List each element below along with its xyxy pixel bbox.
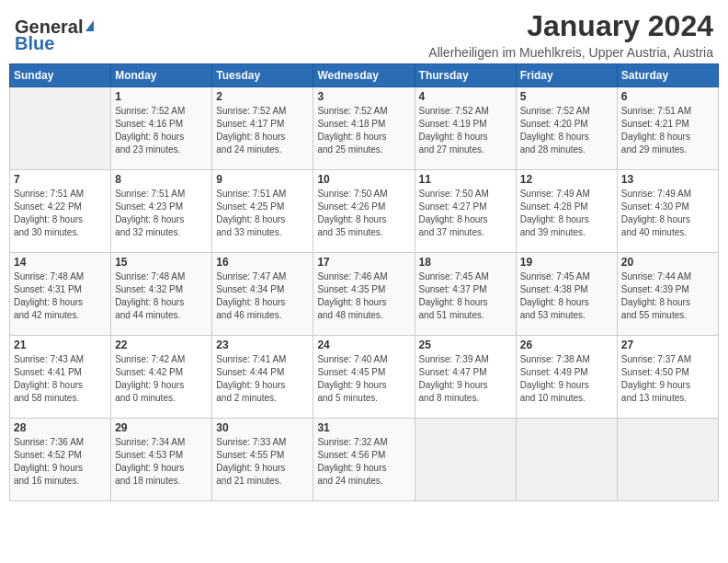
logo-triangle-icon [85,20,94,31]
calendar-day-cell: 17Sunrise: 7:46 AM Sunset: 4:35 PM Dayli… [313,253,415,336]
calendar-header-row: SundayMondayTuesdayWednesdayThursdayFrid… [10,64,719,87]
calendar-day-cell: 16Sunrise: 7:47 AM Sunset: 4:34 PM Dayli… [212,253,313,336]
day-info: Sunrise: 7:43 AM Sunset: 4:41 PM Dayligh… [14,353,107,405]
logo: General Blue [15,17,94,53]
calendar-day-cell [415,419,516,501]
calendar-header-cell: Friday [516,64,617,87]
calendar-day-cell: 13Sunrise: 7:49 AM Sunset: 4:30 PM Dayli… [617,170,718,253]
day-number: 12 [520,173,613,186]
calendar-header-cell: Thursday [415,64,516,87]
calendar-day-cell: 21Sunrise: 7:43 AM Sunset: 4:41 PM Dayli… [10,336,111,419]
calendar-day-cell: 10Sunrise: 7:50 AM Sunset: 4:26 PM Dayli… [313,170,415,253]
day-info: Sunrise: 7:46 AM Sunset: 4:35 PM Dayligh… [317,270,410,322]
calendar-day-cell: 5Sunrise: 7:52 AM Sunset: 4:20 PM Daylig… [516,87,617,170]
day-number: 19 [520,256,613,269]
calendar-day-cell: 14Sunrise: 7:48 AM Sunset: 4:31 PM Dayli… [10,253,111,336]
day-number: 3 [317,90,410,103]
calendar-day-cell: 30Sunrise: 7:33 AM Sunset: 4:55 PM Dayli… [212,419,313,501]
day-info: Sunrise: 7:52 AM Sunset: 4:18 PM Dayligh… [317,105,410,156]
calendar-table: SundayMondayTuesdayWednesdayThursdayFrid… [9,63,719,501]
day-number: 26 [520,339,613,351]
day-info: Sunrise: 7:40 AM Sunset: 4:45 PM Dayligh… [317,353,410,405]
calendar-header-cell: Sunday [10,64,111,87]
day-number: 1 [115,90,208,103]
location-title: Allerheiligen im Muehlkreis, Upper Austr… [428,45,713,60]
day-info: Sunrise: 7:38 AM Sunset: 4:49 PM Dayligh… [520,353,613,405]
calendar-header-cell: Monday [111,64,212,87]
calendar-day-cell: 7Sunrise: 7:51 AM Sunset: 4:22 PM Daylig… [10,170,111,253]
calendar-body: 1Sunrise: 7:52 AM Sunset: 4:16 PM Daylig… [10,87,719,501]
day-info: Sunrise: 7:51 AM Sunset: 4:25 PM Dayligh… [216,188,309,239]
day-number: 28 [14,421,107,434]
calendar-day-cell: 18Sunrise: 7:45 AM Sunset: 4:37 PM Dayli… [415,253,516,336]
day-info: Sunrise: 7:48 AM Sunset: 4:32 PM Dayligh… [115,270,208,322]
day-info: Sunrise: 7:50 AM Sunset: 4:27 PM Dayligh… [419,188,512,239]
day-info: Sunrise: 7:37 AM Sunset: 4:50 PM Dayligh… [621,353,714,405]
day-info: Sunrise: 7:49 AM Sunset: 4:28 PM Dayligh… [520,188,613,239]
calendar-day-cell: 9Sunrise: 7:51 AM Sunset: 4:25 PM Daylig… [212,170,313,253]
day-number: 8 [115,173,208,186]
day-info: Sunrise: 7:44 AM Sunset: 4:39 PM Dayligh… [621,270,714,322]
calendar-header-cell: Tuesday [212,64,313,87]
calendar-week-row: 28Sunrise: 7:36 AM Sunset: 4:52 PM Dayli… [10,419,719,501]
day-number: 18 [419,256,512,269]
day-number: 6 [621,90,714,103]
day-number: 30 [216,421,309,434]
day-info: Sunrise: 7:45 AM Sunset: 4:37 PM Dayligh… [419,270,512,322]
calendar-day-cell: 19Sunrise: 7:45 AM Sunset: 4:38 PM Dayli… [516,253,617,336]
calendar-day-cell: 8Sunrise: 7:51 AM Sunset: 4:23 PM Daylig… [111,170,212,253]
calendar-day-cell: 24Sunrise: 7:40 AM Sunset: 4:45 PM Dayli… [313,336,415,419]
day-info: Sunrise: 7:41 AM Sunset: 4:44 PM Dayligh… [216,353,309,405]
calendar-day-cell: 29Sunrise: 7:34 AM Sunset: 4:53 PM Dayli… [111,419,212,501]
day-info: Sunrise: 7:32 AM Sunset: 4:56 PM Dayligh… [317,436,410,488]
day-number: 22 [115,339,208,351]
calendar-day-cell: 1Sunrise: 7:52 AM Sunset: 4:16 PM Daylig… [111,87,212,170]
day-info: Sunrise: 7:52 AM Sunset: 4:20 PM Dayligh… [520,105,613,156]
calendar-day-cell: 2Sunrise: 7:52 AM Sunset: 4:17 PM Daylig… [212,87,313,170]
calendar-day-cell: 12Sunrise: 7:49 AM Sunset: 4:28 PM Dayli… [516,170,617,253]
day-info: Sunrise: 7:33 AM Sunset: 4:55 PM Dayligh… [216,436,309,488]
day-info: Sunrise: 7:51 AM Sunset: 4:21 PM Dayligh… [621,105,714,156]
day-number: 23 [216,339,309,351]
calendar-day-cell: 20Sunrise: 7:44 AM Sunset: 4:39 PM Dayli… [617,253,718,336]
day-number: 29 [115,421,208,434]
calendar-day-cell: 23Sunrise: 7:41 AM Sunset: 4:44 PM Dayli… [212,336,313,419]
day-number: 2 [216,90,309,103]
page-header: General Blue January 2024 Allerheiligen … [9,9,719,60]
day-number: 13 [621,173,714,186]
day-info: Sunrise: 7:34 AM Sunset: 4:53 PM Dayligh… [115,436,208,488]
day-info: Sunrise: 7:39 AM Sunset: 4:47 PM Dayligh… [419,353,512,405]
calendar-day-cell [617,419,718,501]
day-number: 27 [621,339,714,351]
calendar-day-cell: 6Sunrise: 7:51 AM Sunset: 4:21 PM Daylig… [617,87,718,170]
day-number: 7 [14,173,107,186]
day-info: Sunrise: 7:45 AM Sunset: 4:38 PM Dayligh… [520,270,613,322]
calendar-week-row: 21Sunrise: 7:43 AM Sunset: 4:41 PM Dayli… [10,336,719,419]
day-number: 5 [520,90,613,103]
day-number: 15 [115,256,208,269]
day-number: 24 [317,339,410,351]
title-area: January 2024 Allerheiligen im Muehlkreis… [428,9,713,60]
day-number: 4 [419,90,512,103]
calendar-day-cell: 4Sunrise: 7:52 AM Sunset: 4:19 PM Daylig… [415,87,516,170]
logo-blue: Blue [15,33,54,53]
day-info: Sunrise: 7:51 AM Sunset: 4:23 PM Dayligh… [115,188,208,239]
calendar-day-cell: 25Sunrise: 7:39 AM Sunset: 4:47 PM Dayli… [415,336,516,419]
calendar-day-cell: 15Sunrise: 7:48 AM Sunset: 4:32 PM Dayli… [111,253,212,336]
day-number: 16 [216,256,309,269]
calendar-day-cell: 27Sunrise: 7:37 AM Sunset: 4:50 PM Dayli… [617,336,718,419]
day-info: Sunrise: 7:42 AM Sunset: 4:42 PM Dayligh… [115,353,208,405]
calendar-day-cell: 22Sunrise: 7:42 AM Sunset: 4:42 PM Dayli… [111,336,212,419]
calendar-day-cell: 26Sunrise: 7:38 AM Sunset: 4:49 PM Dayli… [516,336,617,419]
calendar-header-cell: Wednesday [313,64,415,87]
day-number: 11 [419,173,512,186]
day-number: 21 [14,339,107,351]
calendar-day-cell [516,419,617,501]
month-title: January 2024 [428,9,713,43]
day-info: Sunrise: 7:36 AM Sunset: 4:52 PM Dayligh… [14,436,107,488]
day-number: 14 [14,256,107,269]
day-number: 31 [317,421,410,434]
calendar-header-cell: Saturday [617,64,718,87]
day-info: Sunrise: 7:49 AM Sunset: 4:30 PM Dayligh… [621,188,714,239]
day-info: Sunrise: 7:51 AM Sunset: 4:22 PM Dayligh… [14,188,107,239]
